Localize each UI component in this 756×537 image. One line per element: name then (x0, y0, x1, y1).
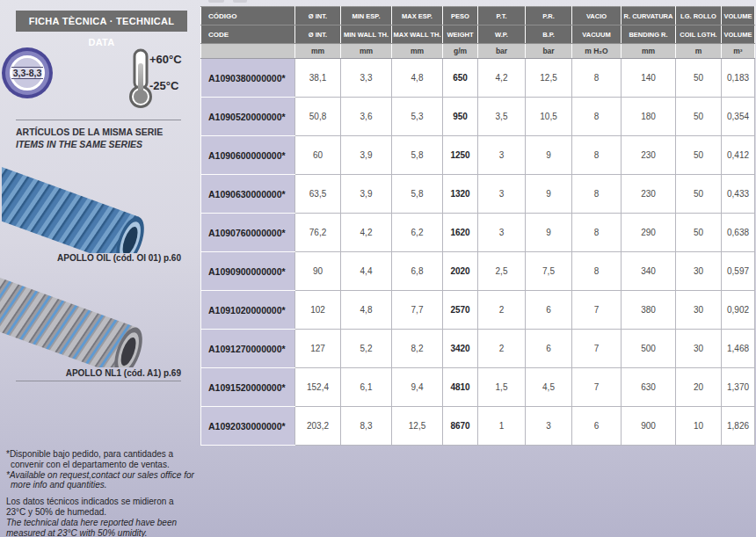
value-cell: 6 (526, 291, 572, 330)
value-cell: 7,7 (392, 291, 443, 330)
value-cell: 8 (572, 175, 622, 214)
value-cell: 127 (295, 330, 341, 368)
col-header-es: MAX ESP. (392, 7, 443, 25)
temperature-max: +60°C (149, 53, 182, 66)
value-cell: 0,638 (722, 214, 755, 252)
unit-cell: mm (392, 44, 443, 59)
value-cell: 9,4 (392, 368, 443, 407)
value-cell: 0,412 (722, 136, 755, 175)
value-cell: 12,5 (392, 407, 443, 446)
value-cell: 1,370 (722, 368, 755, 407)
col-header-en: W.P. (478, 25, 526, 44)
col-header-es: MIN ESP. (341, 7, 392, 25)
value-cell: 30 (676, 291, 722, 330)
value-cell: 50 (676, 175, 722, 214)
units-row: mm mm mm g/m bar bar m H₂O mm m m³ (201, 44, 755, 59)
footnotes: *Disponible bajo pedido, para cantidades… (6, 449, 194, 537)
value-cell: 500 (622, 330, 676, 368)
value-cell: 9 (526, 175, 572, 214)
wall-thickness-range: 3,3-8,3 (11, 67, 44, 79)
divider (16, 120, 181, 120)
code-cell: A1090900000000* (201, 252, 295, 291)
value-cell: 1,468 (722, 330, 755, 368)
unit-cell: m H₂O (572, 44, 622, 59)
value-cell: 76,2 (295, 214, 341, 252)
hose-image-apollo-oil (2, 155, 185, 253)
col-header-es: R. CURVATURA (622, 7, 676, 25)
value-cell: 50 (676, 98, 722, 136)
value-cell: 3420 (443, 330, 478, 368)
value-cell: 3,9 (341, 136, 392, 175)
table-row: A1090630000000*63,53,95,81320398230500,4… (201, 175, 755, 214)
unit-cell: mm (622, 44, 676, 59)
value-cell: 950 (443, 98, 478, 136)
value-cell: 8670 (443, 407, 478, 446)
value-cell: 8,2 (392, 330, 443, 368)
col-header-es: P.R. (526, 7, 572, 25)
value-cell: 380 (622, 291, 676, 330)
code-cell: A1092030000000* (201, 407, 295, 446)
value-cell: 6 (572, 407, 622, 446)
value-cell: 10,5 (526, 98, 572, 136)
value-cell: 290 (622, 214, 676, 252)
value-cell: 0,902 (722, 291, 755, 330)
value-cell: 90 (295, 252, 341, 291)
value-cell: 7,5 (526, 252, 572, 291)
footnote-available-en: *Available on request,contact our sales … (6, 470, 194, 491)
header-row-en: CODE Ø INT. MIN WALL TH. MAX WALL TH. WE… (201, 25, 755, 44)
value-cell: 4,8 (341, 291, 392, 330)
value-cell: 50 (676, 214, 722, 252)
technical-data-table: CÓDIGO Ø INT. MIN ESP. MAX ESP. PESO P.T… (200, 6, 755, 446)
page-title: FICHA TÈCNICA · TECHNICAL DATA (16, 11, 187, 32)
value-cell: 2 (478, 330, 526, 368)
col-header-es: LG. ROLLO (676, 7, 722, 25)
value-cell: 650 (443, 59, 478, 98)
value-cell: 3 (478, 136, 526, 175)
footnote-measured-en: The technical data here reported have be… (6, 518, 194, 537)
value-cell: 38,1 (295, 59, 341, 98)
value-cell: 230 (622, 175, 676, 214)
col-header-es: CÓDIGO (201, 7, 295, 25)
value-cell: 340 (622, 252, 676, 291)
value-cell: 2,5 (478, 252, 526, 291)
value-cell: 6,2 (392, 214, 443, 252)
value-cell: 5,8 (392, 175, 443, 214)
value-cell: 1,5 (478, 368, 526, 407)
table-header: CÓDIGO Ø INT. MIN ESP. MAX ESP. PESO P.T… (201, 7, 755, 59)
value-cell: 20 (676, 368, 722, 407)
value-cell: 8,3 (341, 407, 392, 446)
value-cell: 0,183 (722, 59, 755, 98)
table-row: A1091270000000*1275,28,23420267500301,46… (201, 330, 755, 368)
value-cell: 50,8 (295, 98, 341, 136)
value-cell: 0,597 (722, 252, 755, 291)
value-cell: 180 (622, 98, 676, 136)
value-cell: 9 (526, 214, 572, 252)
value-cell: 3,6 (341, 98, 392, 136)
value-cell: 2020 (443, 252, 478, 291)
table-row: A1090760000000*76,24,26,21620398290500,6… (201, 214, 755, 252)
header-row-es: CÓDIGO Ø INT. MIN ESP. MAX ESP. PESO P.T… (201, 7, 755, 25)
col-header-en: COIL LGTH. (676, 25, 722, 44)
col-header-en: MAX WALL TH. (392, 25, 443, 44)
divider (16, 381, 181, 381)
value-cell: 230 (622, 136, 676, 175)
value-cell: 8 (572, 59, 622, 98)
value-cell: 2570 (443, 291, 478, 330)
col-header-es: PESO (443, 7, 478, 25)
code-cell: A1090760000000* (201, 214, 295, 252)
value-cell: 8 (572, 252, 622, 291)
value-cell: 12,5 (526, 59, 572, 98)
value-cell: 3,5 (478, 98, 526, 136)
table-row: A1090520000000*50,83,65,39503,510,581805… (201, 98, 755, 136)
value-cell: 30 (676, 252, 722, 291)
value-cell: 900 (622, 407, 676, 446)
col-header-en: MIN WALL TH. (341, 25, 392, 44)
value-cell: 8 (572, 98, 622, 136)
table-row: A1091520000000*152,46,19,448101,54,57630… (201, 368, 755, 407)
footnote-available-es: *Disponible bajo pedido, para cantidades… (6, 449, 194, 470)
footnote-measured-es: Los datos técnicos indicados se midieron… (6, 497, 194, 518)
value-cell: 50 (676, 136, 722, 175)
value-cell: 7 (572, 291, 622, 330)
value-cell: 3 (478, 214, 526, 252)
value-cell: 8 (572, 136, 622, 175)
